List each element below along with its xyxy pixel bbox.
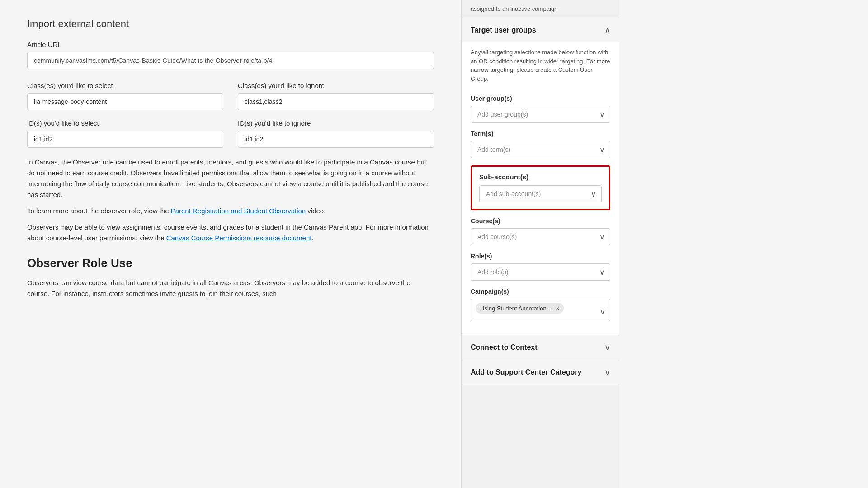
user-groups-field: User group(s) Add user group(s) ∨: [471, 95, 610, 123]
canvas-permissions-link[interactable]: Canvas Course Permissions resource docum…: [166, 234, 312, 242]
add-support-section: Add to Support Center Category ∨: [462, 360, 619, 385]
connect-to-context-header[interactable]: Connect to Context ∨: [462, 335, 619, 360]
import-section-title: Import external content: [27, 18, 434, 30]
roles-label: Role(s): [471, 253, 610, 260]
classes-select-input[interactable]: [27, 93, 223, 110]
ids-ignore-label: ID(s) you'd like to ignore: [238, 119, 434, 127]
target-user-groups-label: Target user groups: [471, 26, 536, 34]
targeting-fields: User group(s) Add user group(s) ∨ Term(s…: [462, 89, 619, 335]
user-groups-select[interactable]: Add user group(s): [471, 106, 610, 123]
add-support-chevron-icon: ∨: [604, 367, 610, 377]
ids-select-col: ID(s) you'd like to select: [27, 119, 223, 157]
parent-registration-link[interactable]: Parent Registration and Student Observat…: [171, 207, 306, 215]
terms-dropdown-wrapper: Add term(s) ∨: [471, 141, 610, 158]
target-user-groups-chevron-up: ∧: [604, 25, 610, 35]
target-user-groups-section: Target user groups ∧ Any/all targeting s…: [462, 18, 619, 335]
body-paragraph-1: In Canvas, the Observer role can be used…: [27, 157, 434, 200]
classes-ignore-label: Class(es) you'd like to ignore: [238, 82, 434, 89]
terms-field: Term(s) Add term(s) ∨: [471, 130, 610, 158]
courses-field: Course(s) Add course(s) ∨: [471, 217, 610, 245]
add-support-label: Add to Support Center Category: [471, 368, 581, 376]
target-user-groups-body: Any/all targeting selections made below …: [462, 42, 619, 335]
classes-row: Class(es) you'd like to select Class(es)…: [27, 82, 434, 119]
ids-select-input[interactable]: [27, 131, 223, 148]
connect-to-context-section: Connect to Context ∨: [462, 335, 619, 360]
main-content: Import external content Article URL Clas…: [0, 0, 461, 488]
user-groups-label: User group(s): [471, 95, 610, 102]
campaign-tag: Using Student Annotation ... ×: [476, 303, 564, 314]
courses-select[interactable]: Add course(s): [471, 228, 610, 245]
sidebar-top-note: assigned to an inactive campaign: [462, 0, 619, 18]
campaigns-chevron-icon: ∨: [600, 308, 605, 316]
courses-dropdown-wrapper: Add course(s) ∨: [471, 228, 610, 245]
target-user-groups-desc: Any/all targeting selections made below …: [462, 42, 619, 89]
sub-accounts-dropdown-wrapper: Add sub-account(s) ∨: [479, 185, 602, 202]
add-support-header[interactable]: Add to Support Center Category ∨: [462, 360, 619, 385]
sub-accounts-highlighted-box: Sub-account(s) Add sub-account(s) ∨: [471, 165, 610, 210]
sub-accounts-select[interactable]: Add sub-account(s): [479, 185, 602, 202]
campaigns-field: Campaign(s) Using Student Annotation ...…: [471, 288, 610, 321]
ids-row: ID(s) you'd like to select ID(s) you'd l…: [27, 119, 434, 157]
connect-to-context-label: Connect to Context: [471, 343, 538, 352]
sidebar: assigned to an inactive campaign Target …: [461, 0, 619, 488]
ids-ignore-col: ID(s) you'd like to ignore: [238, 119, 434, 157]
roles-select[interactable]: Add role(s): [471, 263, 610, 281]
article-url-label: Article URL: [27, 41, 434, 48]
campaign-tag-text: Using Student Annotation ...: [480, 305, 553, 312]
observer-role-heading: Observer Role Use: [27, 256, 434, 270]
campaigns-label: Campaign(s): [471, 288, 610, 295]
campaign-tag-close[interactable]: ×: [556, 305, 559, 312]
sub-accounts-label: Sub-account(s): [479, 173, 602, 181]
target-user-groups-header[interactable]: Target user groups ∧: [462, 18, 619, 42]
campaigns-field-wrapper[interactable]: Using Student Annotation ... × ∨: [471, 299, 610, 321]
terms-select[interactable]: Add term(s): [471, 141, 610, 158]
classes-ignore-input[interactable]: [238, 93, 434, 110]
courses-label: Course(s): [471, 217, 610, 225]
classes-select-col: Class(es) you'd like to select: [27, 82, 223, 119]
user-groups-dropdown-wrapper: Add user group(s) ∨: [471, 106, 610, 123]
ids-select-label: ID(s) you'd like to select: [27, 119, 223, 127]
article-url-input[interactable]: [27, 52, 434, 69]
observer-role-body: Observers can view course data but canno…: [27, 277, 434, 299]
connect-to-context-chevron-icon: ∨: [604, 343, 610, 352]
classes-select-label: Class(es) you'd like to select: [27, 82, 223, 89]
body-paragraph-2: To learn more about the observer role, v…: [27, 206, 434, 216]
roles-field: Role(s) Add role(s) ∨: [471, 253, 610, 281]
roles-dropdown-wrapper: Add role(s) ∨: [471, 263, 610, 281]
body-paragraph-3: Observers may be able to view assignment…: [27, 222, 434, 244]
terms-label: Term(s): [471, 130, 610, 137]
classes-ignore-col: Class(es) you'd like to ignore: [238, 82, 434, 119]
ids-ignore-input[interactable]: [238, 131, 434, 148]
